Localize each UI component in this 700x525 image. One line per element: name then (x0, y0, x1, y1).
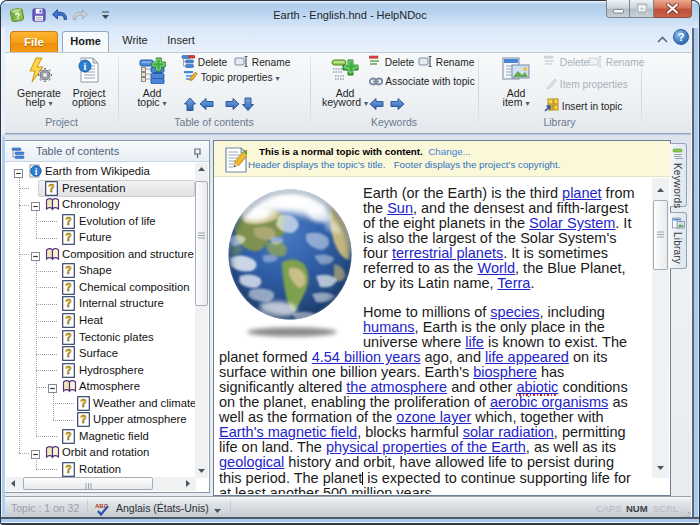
svg-text:?: ? (65, 215, 71, 227)
svg-text:?: ? (80, 397, 86, 409)
svg-text:?: ? (80, 413, 86, 425)
svg-text:?: ? (65, 463, 71, 475)
svg-text:?: ? (65, 430, 71, 442)
svg-text:?: ? (65, 314, 71, 326)
svg-text:i: i (84, 61, 87, 72)
svg-text:?: ? (65, 264, 71, 276)
svg-text:?: ? (65, 297, 71, 309)
svg-text:i: i (35, 167, 38, 177)
svg-text:?: ? (48, 182, 54, 194)
svg-text:?: ? (65, 231, 71, 243)
svg-text:?: ? (65, 331, 71, 343)
svg-text:?: ? (65, 281, 71, 293)
svg-text:?: ? (65, 347, 71, 359)
svg-text:?: ? (65, 364, 71, 376)
